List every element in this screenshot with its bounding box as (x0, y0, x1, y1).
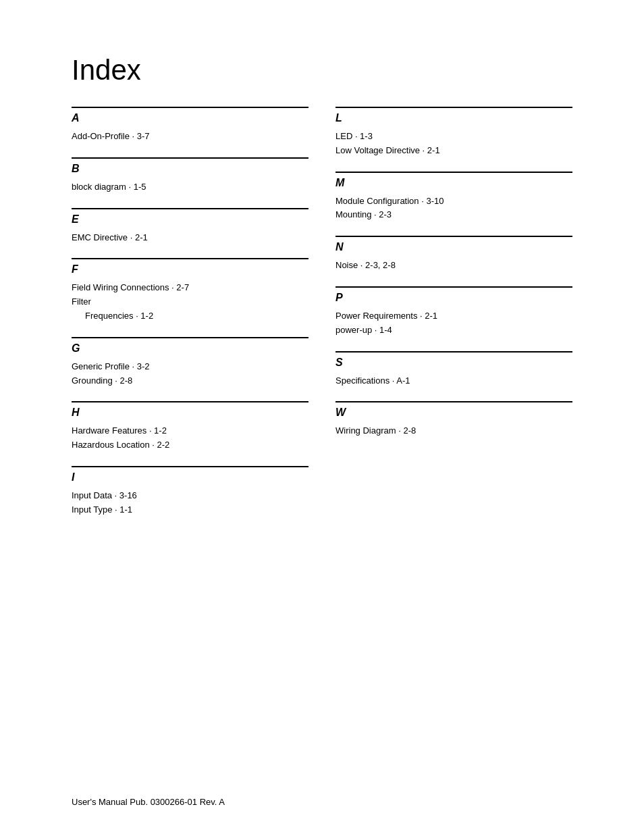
section-divider (336, 107, 572, 108)
index-section-w: WWiring Diagram · 2-8 (336, 401, 572, 438)
section-entries: block diagram · 1-5 (72, 180, 308, 194)
section-entries: LED · 1-3Low Voltage Directive · 2-1 (336, 130, 572, 158)
section-divider (72, 258, 308, 259)
section-entries: Hardware Features · 1-2Hazardous Locatio… (72, 424, 308, 452)
section-divider (72, 157, 308, 159)
section-entries: Noise · 2-3, 2-8 (336, 259, 572, 273)
index-section-m: MModule Configuration · 3-10Mounting · 2… (336, 172, 572, 223)
index-section-s: SSpecifications · A-1 (336, 351, 572, 388)
index-section-g: GGeneric Profile · 3-2Grounding · 2-8 (72, 337, 308, 388)
index-entry: EMC Directive · 2-1 (72, 231, 308, 245)
section-divider (336, 236, 572, 237)
index-entry: Noise · 2-3, 2-8 (336, 259, 572, 273)
section-letter: E (72, 213, 308, 226)
section-divider (336, 351, 572, 353)
section-letter: I (72, 471, 308, 484)
section-entries: Specifications · A-1 (336, 374, 572, 388)
index-entry: Mounting · 2-3 (336, 208, 572, 222)
section-divider (336, 401, 572, 402)
left-column: AAdd-On-Profile · 3-7Bblock diagram · 1-… (72, 107, 308, 531)
section-letter: N (336, 241, 572, 253)
section-divider (72, 337, 308, 338)
index-entry: Module Configuration · 3-10 (336, 194, 572, 209)
right-column: LLED · 1-3Low Voltage Directive · 2-1MMo… (336, 107, 572, 531)
section-divider (72, 466, 308, 467)
section-letter: W (336, 407, 572, 419)
section-entries: Input Data · 3-16Input Type · 1-1 (72, 489, 308, 517)
index-entry: Field Wiring Connections · 2-7 (72, 281, 308, 295)
index-entry: block diagram · 1-5 (72, 180, 308, 194)
footer-text: User's Manual Pub. 0300266-01 Rev. A (72, 797, 225, 807)
index-section-f: FField Wiring Connections · 2-7FilterFre… (72, 258, 308, 323)
section-divider (336, 286, 572, 288)
section-divider (72, 401, 308, 402)
index-entry: Frequencies · 1-2 (72, 309, 308, 323)
index-entry: power-up · 1-4 (336, 323, 572, 338)
index-section-i: IInput Data · 3-16Input Type · 1-1 (72, 466, 308, 517)
index-section-e: EEMC Directive · 2-1 (72, 208, 308, 245)
section-divider (336, 172, 572, 173)
index-section-p: PPower Requirements · 2-1power-up · 1-4 (336, 286, 572, 338)
index-entry: Filter (72, 295, 308, 309)
section-entries: EMC Directive · 2-1 (72, 231, 308, 245)
index-entry: Hazardous Location · 2-2 (72, 438, 308, 452)
section-letter: H (72, 407, 308, 419)
index-entry: Input Data · 3-16 (72, 489, 308, 503)
section-entries: Generic Profile · 3-2Grounding · 2-8 (72, 360, 308, 388)
section-entries: Power Requirements · 2-1power-up · 1-4 (336, 309, 572, 338)
index-section-h: HHardware Features · 1-2Hazardous Locati… (72, 401, 308, 452)
section-letter: F (72, 263, 308, 276)
page-title: Index (72, 54, 572, 86)
index-section-a: AAdd-On-Profile · 3-7 (72, 107, 308, 144)
section-letter: P (336, 292, 572, 304)
section-divider (72, 208, 308, 209)
index-entry: Hardware Features · 1-2 (72, 424, 308, 438)
index-entry: Grounding · 2-8 (72, 374, 308, 388)
index-entry: LED · 1-3 (336, 130, 572, 144)
section-letter: B (72, 163, 308, 175)
index-entry: Input Type · 1-1 (72, 503, 308, 517)
index-section-n: NNoise · 2-3, 2-8 (336, 236, 572, 273)
index-entry: Power Requirements · 2-1 (336, 309, 572, 323)
index-section-b: Bblock diagram · 1-5 (72, 157, 308, 194)
index-entry: Low Voltage Directive · 2-1 (336, 144, 572, 158)
section-entries: Field Wiring Connections · 2-7FilterFreq… (72, 281, 308, 323)
index-entry: Specifications · A-1 (336, 374, 572, 388)
section-divider (72, 107, 308, 108)
index-entry: Wiring Diagram · 2-8 (336, 424, 572, 438)
section-entries: Module Configuration · 3-10Mounting · 2-… (336, 194, 572, 223)
index-section-l: LLED · 1-3Low Voltage Directive · 2-1 (336, 107, 572, 158)
section-letter: S (336, 357, 572, 369)
section-letter: A (72, 112, 308, 124)
section-letter: M (336, 177, 572, 189)
section-letter: L (336, 112, 572, 124)
index-columns: AAdd-On-Profile · 3-7Bblock diagram · 1-… (72, 107, 572, 531)
index-entry: Generic Profile · 3-2 (72, 360, 308, 374)
section-entries: Add-On-Profile · 3-7 (72, 130, 308, 144)
index-entry: Add-On-Profile · 3-7 (72, 130, 308, 144)
section-entries: Wiring Diagram · 2-8 (336, 424, 572, 438)
section-letter: G (72, 342, 308, 355)
page-container: Index AAdd-On-Profile · 3-7Bblock diagra… (0, 0, 644, 571)
